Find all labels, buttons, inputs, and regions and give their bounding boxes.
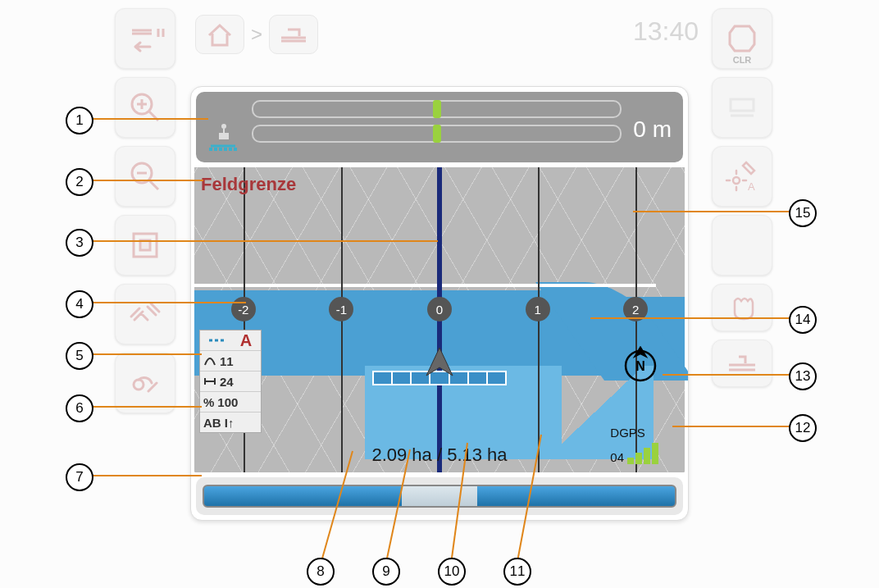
status-row: % 100	[200, 392, 261, 413]
compass-icon: N	[621, 346, 660, 385]
svg-rect-15	[234, 148, 237, 151]
callout-1: 1	[66, 107, 93, 134]
satellite-button[interactable]	[115, 284, 175, 344]
svg-text:N: N	[635, 359, 645, 373]
map-area[interactable]: -2 -1 0 1 2 Feldgrenze A 11 24	[194, 167, 685, 472]
section-bar	[196, 477, 683, 515]
auto-tractor-button[interactable]	[712, 340, 772, 387]
track-number-bubble: 2	[623, 297, 648, 321]
set-a-point-button[interactable]: A	[712, 146, 772, 207]
section-track[interactable]	[203, 485, 676, 508]
status-row: 11	[200, 351, 261, 371]
svg-rect-11	[214, 148, 217, 151]
svg-rect-3	[140, 240, 150, 250]
callout-2: 2	[66, 168, 93, 196]
callout-11: 11	[503, 558, 531, 586]
callout-8: 8	[307, 558, 335, 586]
clock: 13:40	[633, 16, 699, 47]
lightbar-icon	[207, 120, 240, 153]
status-box: A 11 24 % 100 AB I↑	[199, 330, 262, 433]
mode-label: A	[240, 331, 252, 350]
zoom-in-button[interactable]	[115, 77, 175, 138]
record-button[interactable]	[115, 215, 175, 276]
callout-3: 3	[66, 229, 93, 257]
callout-6: 6	[66, 394, 93, 422]
signal-bars-icon	[627, 441, 667, 464]
svg-rect-10	[209, 148, 212, 151]
lightbar-track-top	[252, 100, 622, 118]
breadcrumb: >	[195, 15, 318, 54]
home-icon[interactable]	[195, 15, 244, 54]
track-number-bubble: 1	[526, 297, 550, 321]
track-number-bubble: -2	[231, 297, 256, 321]
headland-line	[194, 284, 656, 287]
section-gap	[402, 485, 477, 508]
width-icon	[203, 376, 216, 387]
callout-5: 5	[66, 342, 93, 370]
mode-icon	[209, 335, 225, 345]
zoom-out-button[interactable]	[115, 146, 175, 207]
svg-point-6	[733, 177, 740, 184]
svg-point-8	[221, 124, 226, 129]
svg-rect-14	[229, 148, 232, 151]
callout-15: 15	[789, 199, 817, 227]
breadcrumb-separator: >	[251, 23, 262, 46]
status-row: AB I↑	[200, 413, 261, 432]
curve-icon	[203, 355, 216, 367]
lightbar-distance: 0 m	[633, 116, 672, 143]
callout-7: 7	[66, 463, 93, 491]
svg-rect-5	[731, 99, 754, 111]
auto-hand-button[interactable]	[712, 284, 772, 331]
callout-12: 12	[789, 414, 817, 442]
status-row: 24	[200, 371, 261, 392]
svg-rect-9	[219, 133, 229, 139]
tractor-faded-button[interactable]	[712, 77, 772, 138]
svg-rect-12	[219, 148, 222, 151]
dgps-id: 04	[610, 450, 624, 464]
lightbar-marker-icon	[433, 100, 441, 118]
track-number-bubble: -1	[329, 297, 353, 321]
field-boundary-label: Feldgrenze	[201, 174, 296, 195]
main-panel: 0 m -2 -1 0 1 2 Feldgrenze A	[190, 86, 689, 521]
settings-wrench-button[interactable]	[115, 353, 175, 413]
lightbar-tracks	[252, 100, 622, 149]
lightbar-track-bottom	[252, 125, 622, 143]
dgps-status: DGPS 04	[610, 426, 667, 464]
dgps-label: DGPS	[610, 426, 667, 440]
svg-marker-16	[426, 348, 453, 376]
svg-point-4	[134, 380, 143, 390]
svg-marker-19	[635, 348, 645, 356]
lightbar: 0 m	[196, 92, 683, 162]
callout-13: 13	[789, 362, 817, 390]
area-readout: 2.09 ha / 5.13 ha	[371, 444, 507, 466]
svg-rect-13	[224, 148, 227, 151]
callout-14: 14	[789, 306, 817, 334]
callout-9: 9	[372, 558, 400, 586]
lightbar-marker-icon	[433, 125, 441, 143]
area-worked: 2.09 ha	[371, 444, 431, 465]
callout-4: 4	[66, 290, 93, 318]
clr-label: CLR	[713, 55, 772, 65]
vehicle-icon	[423, 346, 456, 379]
percent-icon: %	[203, 395, 214, 409]
left-toolbar	[115, 8, 175, 413]
callout-10: 10	[438, 558, 466, 586]
track-number-bubble: 0	[427, 297, 452, 321]
right-toolbar: CLR A	[712, 8, 772, 387]
mode-row: A	[200, 330, 261, 351]
blank-button-1[interactable]	[712, 215, 772, 276]
tractor-pause-back-button[interactable]	[115, 8, 175, 69]
clr-button[interactable]: CLR	[712, 8, 772, 69]
svg-text:A: A	[748, 180, 755, 193]
area-total: 5.13 ha	[447, 444, 507, 465]
tractor-icon[interactable]	[269, 15, 318, 54]
